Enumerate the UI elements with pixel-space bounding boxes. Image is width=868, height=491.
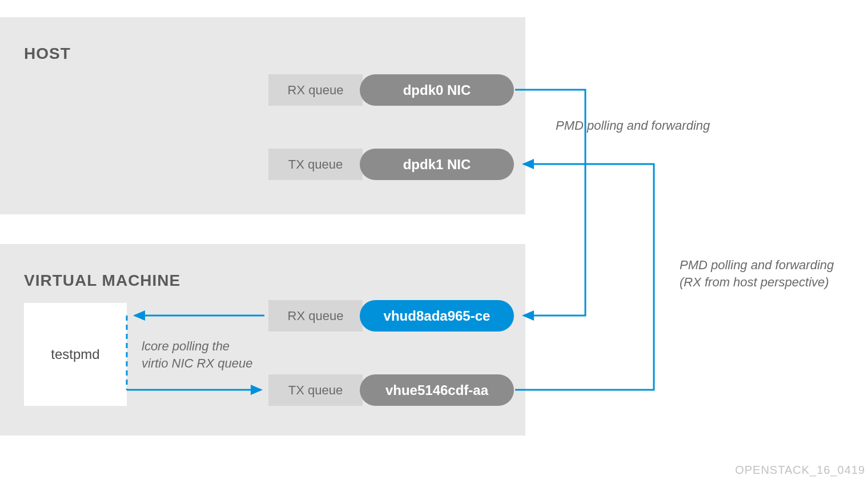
vm-tx-row: TX queue vhue5146cdf-aa	[268, 374, 514, 406]
arrow-vm-tx-to-host-tx	[515, 164, 654, 390]
host-rx-nic: dpdk0 NIC	[360, 74, 514, 106]
annot-lcore-line2: virtio NIC RX queue	[142, 355, 252, 372]
host-rx-queue-label: RX queue	[268, 74, 363, 106]
host-title: HOST	[24, 45, 71, 63]
host-tx-row: TX queue dpdk1 NIC	[268, 149, 514, 180]
annot-lcore-line1: lcore polling the	[142, 338, 252, 355]
host-tx-queue-label: TX queue	[268, 149, 363, 180]
annot-pmd-right-line1: PMD polling and forwarding	[680, 257, 834, 274]
vm-rx-nic: vhud8ada965-ce	[360, 300, 514, 332]
vm-tx-nic: vhue5146cdf-aa	[360, 374, 514, 406]
host-rx-row: RX queue dpdk0 NIC	[268, 74, 514, 106]
vm-rx-queue-label: RX queue	[268, 300, 363, 332]
testpmd-label: testpmd	[51, 346, 99, 362]
host-tx-nic: dpdk1 NIC	[360, 149, 514, 180]
annot-pmd-right-line2: (RX from host perspective)	[680, 274, 834, 291]
vm-title: VIRTUAL MACHINE	[24, 272, 180, 290]
annot-lcore: lcore polling the virtio NIC RX queue	[142, 338, 252, 372]
host-panel: HOST	[0, 17, 525, 214]
annot-pmd-right: PMD polling and forwarding (RX from host…	[680, 257, 834, 290]
footer-label: OPENSTACK_16_0419	[735, 464, 865, 477]
testpmd-box: testpmd	[24, 303, 127, 406]
annot-pmd-top: PMD polling and forwarding	[556, 117, 710, 134]
vm-tx-queue-label: TX queue	[268, 374, 363, 406]
vm-rx-row: RX queue vhud8ada965-ce	[268, 300, 514, 332]
